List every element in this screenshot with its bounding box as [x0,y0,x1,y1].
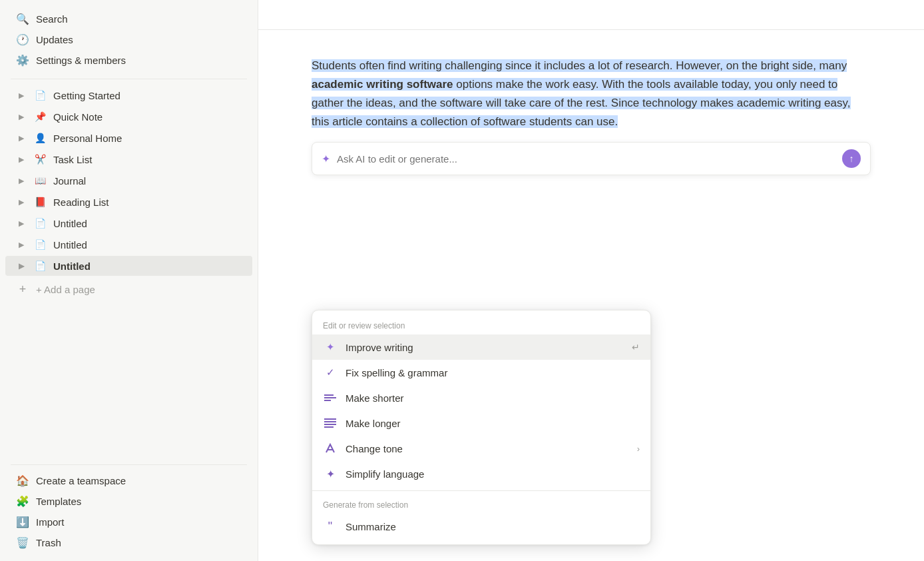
sidebar-item-teamspace[interactable]: 🏠 Create a teamspace [5,470,252,490]
sidebar-top-section: 🔍 Search 🕐 Updates ⚙️ Settings & members [0,8,258,73]
sidebar-quick-note-label: Quick Note [53,111,242,123]
person-icon: 👤 [33,131,47,145]
sidebar-item-task-list[interactable]: ▶ ✂️ Task List [5,149,252,169]
dropdown-item-summarize[interactable]: " Summarize [312,514,650,539]
chevron-icon: ▶ [16,175,27,186]
dropdown-simplify-label: Simplify language [346,468,640,480]
chevron-icon: ▶ [16,154,27,165]
arrow-icon: › [637,444,640,454]
ai-input-bar[interactable]: ✦ ↑ [312,142,871,175]
sidebar-bottom-divider [11,464,247,465]
task-icon: ✂️ [33,153,47,166]
sidebar-search-label: Search [36,13,242,25]
sidebar-item-trash[interactable]: 🗑️ Trash [5,532,252,552]
clock-icon: 🕐 [16,33,29,46]
sidebar-item-untitled-1[interactable]: ▶ 📄 Untitled [5,213,252,233]
gear-icon: ⚙️ [16,53,29,67]
sidebar-item-journal[interactable]: ▶ 📖 Journal [5,171,252,191]
page-icon: 📄 [33,259,47,273]
sidebar-item-templates[interactable]: 🧩 Templates [5,491,252,511]
sidebar-teamspace-label: Create a teamspace [36,475,242,486]
teamspace-icon: 🏠 [16,474,29,487]
dropdown-section-label-2: Generate from selection [312,495,650,514]
dropdown-make-longer-label: Make longer [346,418,640,429]
svg-rect-1 [324,397,336,398]
ai-dropdown-menu: Edit or review selection ✦ Improve writi… [312,310,651,545]
dropdown-item-simplify[interactable]: ✦ Simplify language [312,461,650,486]
sidebar-item-settings[interactable]: ⚙️ Settings & members [5,50,252,70]
content-area: Students often find writing challenging … [258,30,924,561]
sidebar-item-getting-started[interactable]: ▶ 📄 Getting Started [5,85,252,105]
svg-rect-4 [324,421,336,422]
chevron-icon: ▶ [16,261,27,271]
sidebar-item-personal-home[interactable]: ▶ 👤 Personal Home [5,128,252,148]
svg-rect-6 [324,426,334,428]
main-content: Students often find writing challenging … [258,0,924,561]
chevron-icon: ▶ [16,218,27,229]
svg-rect-3 [324,418,336,420]
sidebar-personal-home-label: Personal Home [53,133,242,144]
sidebar-import-label: Import [36,516,242,528]
quote-icon: " [323,519,338,534]
sidebar-divider [11,79,247,79]
dropdown-item-make-longer[interactable]: Make longer [312,410,650,436]
dropdown-item-make-shorter[interactable]: Make shorter [312,385,650,410]
page-icon: 📄 [33,217,47,230]
sidebar-item-import[interactable]: ⬇️ Import [5,512,252,532]
sidebar-trash-label: Trash [36,537,242,548]
sidebar-untitled-3-label: Untitled [53,261,242,272]
dropdown-improve-writing-label: Improve writing [346,342,624,353]
sidebar-templates-label: Templates [36,496,242,507]
sidebar: 🔍 Search 🕐 Updates ⚙️ Settings & members… [0,0,258,561]
sidebar-item-quick-note[interactable]: ▶ 📌 Quick Note [5,107,252,127]
ai-send-button[interactable]: ↑ [842,149,861,168]
sidebar-reading-list-label: Reading List [53,197,242,208]
check-icon: ✓ [323,365,338,380]
sidebar-updates-label: Updates [36,34,242,45]
send-icon: ↑ [849,153,854,164]
svg-rect-0 [324,394,334,396]
add-page-label: + Add a page [36,284,242,295]
chevron-icon: ▶ [16,239,27,250]
chevron-icon: ▶ [16,197,27,207]
book-icon: 📖 [33,174,47,187]
page-icon: 📄 [33,89,47,102]
bold-text: academic writing software [312,78,453,91]
sidebar-item-reading-list[interactable]: ▶ 📕 Reading List [5,192,252,212]
trash-icon: 🗑️ [16,536,29,549]
chevron-icon: ▶ [16,133,27,143]
templates-icon: 🧩 [16,494,29,508]
chevron-icon: ▶ [16,90,27,101]
lines-long-icon [323,416,338,430]
sidebar-item-untitled-3[interactable]: ▶ 📄 Untitled [5,256,252,276]
dropdown-change-tone-label: Change tone [346,443,629,454]
tone-icon [323,441,338,456]
chevron-icon: ▶ [16,111,27,122]
ai-input-field[interactable] [337,153,835,165]
dropdown-shortcut: ↵ [632,342,640,352]
dropdown-item-improve-writing[interactable]: ✦ Improve writing ↵ [312,334,650,360]
sidebar-item-updates[interactable]: 🕐 Updates [5,29,252,49]
sidebar-untitled-2-label: Untitled [53,239,242,251]
sidebar-item-search[interactable]: 🔍 Search [5,9,252,29]
dropdown-item-change-tone[interactable]: Change tone › [312,436,650,461]
dropdown-item-fix-spelling[interactable]: ✓ Fix spelling & grammar [312,360,650,385]
top-bar [258,0,924,30]
sidebar-journal-label: Journal [53,175,242,187]
selected-text: Students often find writing challenging … [312,59,851,128]
plus-icon: + [16,282,29,296]
dropdown-make-shorter-label: Make shorter [346,392,640,404]
sidebar-task-list-label: Task List [53,154,242,165]
dropdown-section-label-1: Edit or review selection [312,316,650,334]
sidebar-untitled-1-label: Untitled [53,218,242,229]
simplify-icon: ✦ [323,466,338,481]
document-paragraph: Students often find writing challenging … [312,57,871,131]
lines-icon [323,390,338,405]
svg-rect-2 [324,400,331,401]
sidebar-bottom-section: 🏠 Create a teamspace 🧩 Templates ⬇️ Impo… [0,454,258,553]
sidebar-item-untitled-2[interactable]: ▶ 📄 Untitled [5,235,252,255]
add-page-button[interactable]: + + Add a page [5,279,252,299]
page-icon: 📄 [33,238,47,251]
ai-sparkle-icon: ✦ [322,153,330,165]
sparkle-icon: ✦ [323,340,338,354]
